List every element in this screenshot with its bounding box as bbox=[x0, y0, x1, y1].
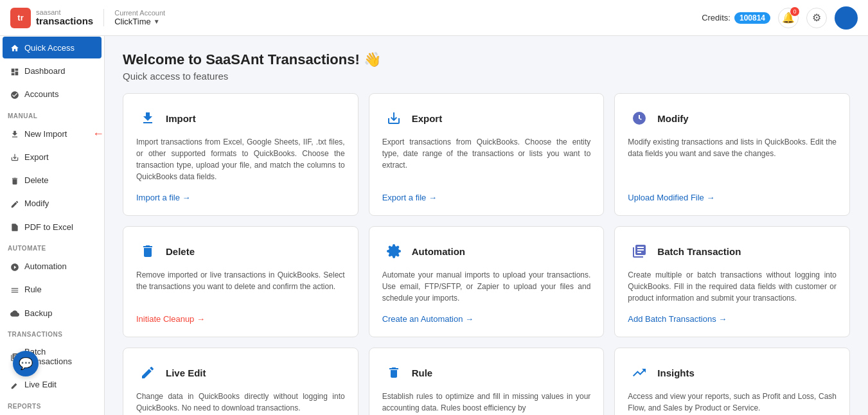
header-right: Credits: 100814 🔔 0 ⚙ bbox=[702, 6, 858, 30]
sidebar-label-quick-access: Quick Access bbox=[24, 43, 75, 53]
card-desc-automation: Automate your manual imports to upload y… bbox=[382, 269, 591, 304]
card-desc-delete: Remove imported or live transactions in … bbox=[136, 269, 345, 304]
settings-button[interactable]: ⚙ bbox=[806, 8, 827, 28]
card-export: Export Export transactions from QuickBoo… bbox=[369, 93, 605, 216]
sidebar-section-manual: MANUAL bbox=[0, 106, 104, 122]
sidebar-label-export: Export bbox=[24, 152, 49, 162]
card-title-rule: Rule bbox=[412, 367, 433, 378]
sidebar-item-account-summary[interactable]: Account Summary bbox=[3, 413, 102, 415]
sidebar-item-backup[interactable]: Backup bbox=[3, 302, 102, 324]
card-desc-batch-transaction: Create multiple or batch transactions wi… bbox=[628, 269, 837, 304]
sidebar-label-dashboard: Dashboard bbox=[24, 66, 66, 76]
card-desc-live-edit: Change data in QuickBooks directly witho… bbox=[136, 391, 345, 414]
export-icon bbox=[10, 152, 19, 162]
card-icon-rule bbox=[382, 361, 405, 384]
card-header-rule: Rule bbox=[382, 361, 591, 384]
logo-transactions: transactions bbox=[36, 16, 93, 27]
credits-badge: 100814 bbox=[734, 12, 770, 24]
card-title-import: Import bbox=[166, 113, 196, 124]
card-icon-delete bbox=[136, 240, 159, 263]
sidebar-section-automate: AUTOMATE bbox=[0, 238, 104, 254]
accounts-icon bbox=[10, 89, 19, 100]
card-automation: Automation Automate your manual imports … bbox=[369, 226, 605, 337]
automation-icon bbox=[10, 261, 19, 271]
card-import: Import Import transactions from Excel, G… bbox=[123, 93, 359, 216]
logo-icon: tr bbox=[10, 8, 31, 28]
card-icon-export bbox=[382, 107, 405, 130]
card-insights: Insights Access and view your reports, s… bbox=[614, 348, 850, 415]
card-title-live-edit: Live Edit bbox=[166, 367, 206, 378]
card-link-export[interactable]: Export a file → bbox=[382, 193, 591, 202]
sidebar-label-automation: Automation bbox=[24, 261, 67, 271]
rule-icon bbox=[10, 285, 19, 295]
card-header-import: Import bbox=[136, 107, 345, 130]
sidebar-item-live-edit[interactable]: Live Edit bbox=[3, 373, 102, 395]
new-import-icon bbox=[10, 128, 19, 139]
card-header-batch-transaction: Batch Transaction bbox=[628, 240, 837, 263]
card-modify: Modify Modify existing transactions and … bbox=[614, 93, 850, 216]
card-icon-import bbox=[136, 107, 159, 130]
header-left: tr saasant transactions Current Account … bbox=[10, 8, 165, 28]
card-icon-modify bbox=[628, 107, 651, 130]
arrow-indicator-icon: ← bbox=[93, 127, 104, 141]
card-title-delete: Delete bbox=[166, 246, 195, 257]
card-desc-insights: Access and view your reports, such as Pr… bbox=[628, 391, 837, 414]
sidebar-label-backup: Backup bbox=[24, 308, 52, 318]
pdf-icon bbox=[10, 222, 19, 232]
card-header-live-edit: Live Edit bbox=[136, 361, 345, 384]
card-icon-batch-transaction bbox=[628, 240, 651, 263]
card-link-import[interactable]: Import a file → bbox=[136, 193, 345, 202]
sidebar-item-quick-access[interactable]: Quick Access bbox=[3, 37, 102, 58]
card-link-delete[interactable]: Initiate Cleanup → bbox=[136, 314, 345, 324]
card-link-modify[interactable]: Upload Modified File → bbox=[628, 193, 837, 202]
sidebar-section-transactions: TRANSACTIONS bbox=[0, 324, 104, 340]
card-batch-transaction: Batch Transaction Create multiple or bat… bbox=[614, 226, 850, 337]
modify-icon bbox=[10, 199, 19, 209]
card-desc-export: Export transactions from QuickBooks. Cho… bbox=[382, 136, 591, 182]
account-name-dropdown[interactable]: ClickTime ▼ bbox=[114, 17, 165, 26]
body-wrap: Quick Access Dashboard Accounts MANUAL N… bbox=[0, 36, 868, 415]
sidebar-label-modify: Modify bbox=[24, 199, 49, 208]
notification-button[interactable]: 🔔 0 bbox=[778, 8, 799, 28]
card-header-delete: Delete bbox=[136, 240, 345, 263]
chevron-down-icon: ▼ bbox=[154, 18, 160, 25]
sidebar-section-reports: REPORTS bbox=[0, 396, 104, 412]
account-info: Current Account ClickTime ▼ bbox=[103, 9, 165, 26]
card-title-automation: Automation bbox=[412, 246, 465, 257]
card-header-modify: Modify bbox=[628, 107, 837, 130]
card-link-batch-transaction[interactable]: Add Batch Transactions → bbox=[628, 314, 837, 324]
sidebar-item-rule[interactable]: Rule bbox=[3, 279, 102, 301]
card-header-automation: Automation bbox=[382, 240, 591, 263]
delete-icon bbox=[10, 175, 19, 185]
card-header-export: Export bbox=[382, 107, 591, 130]
live-edit-icon bbox=[10, 379, 19, 389]
card-icon-insights bbox=[628, 361, 651, 384]
sidebar-item-automation[interactable]: Automation bbox=[3, 255, 102, 277]
sidebar-item-pdf-to-excel[interactable]: PDF to Excel bbox=[3, 216, 102, 238]
sidebar-item-dashboard[interactable]: Dashboard bbox=[3, 60, 102, 82]
avatar[interactable] bbox=[835, 6, 858, 30]
sidebar-item-delete[interactable]: Delete bbox=[3, 169, 102, 191]
card-title-export: Export bbox=[412, 113, 443, 124]
card-delete: Delete Remove imported or live transacti… bbox=[123, 226, 359, 337]
card-rule: Rule Establish rules to optimize and fil… bbox=[369, 348, 605, 415]
sidebar-item-export[interactable]: Export bbox=[3, 146, 102, 168]
logo-text: saasant transactions bbox=[36, 8, 93, 27]
card-icon-live-edit bbox=[136, 361, 159, 384]
sidebar-label-accounts: Accounts bbox=[24, 89, 58, 99]
header: tr saasant transactions Current Account … bbox=[0, 0, 868, 36]
chat-bubble-button[interactable]: 💬 bbox=[13, 351, 39, 376]
welcome-title: Welcome to SaaSAnt Transactions! 👋 bbox=[123, 51, 850, 68]
sidebar-item-modify[interactable]: Modify bbox=[3, 193, 102, 215]
account-label: Current Account bbox=[114, 9, 165, 17]
sidebar-label-pdf-to-excel: PDF to Excel bbox=[24, 222, 73, 232]
credits-label: Credits: bbox=[702, 13, 731, 22]
sidebar-item-new-import[interactable]: New Import ← bbox=[3, 123, 102, 145]
card-link-automation[interactable]: Create an Automation → bbox=[382, 314, 591, 324]
credits-area: Credits: 100814 bbox=[702, 12, 770, 24]
card-title-modify: Modify bbox=[657, 113, 688, 124]
cards-grid: Import Import transactions from Excel, G… bbox=[123, 93, 850, 415]
home-icon bbox=[10, 42, 19, 53]
backup-icon bbox=[10, 308, 19, 318]
sidebar-item-accounts[interactable]: Accounts bbox=[3, 84, 102, 105]
